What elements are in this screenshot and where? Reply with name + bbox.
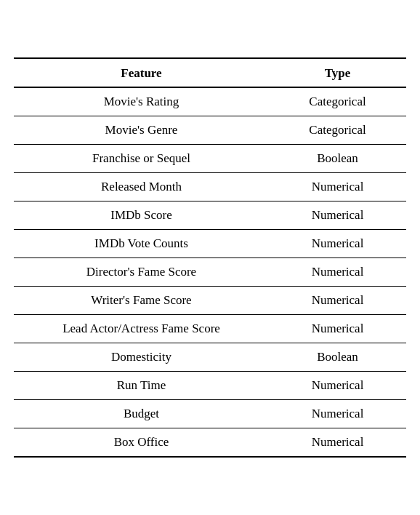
cell-feature: Writer's Fame Score — [14, 287, 269, 315]
cell-type: Numerical — [269, 315, 406, 343]
features-table: Feature Type Movie's RatingCategoricalMo… — [14, 57, 406, 458]
cell-type: Numerical — [269, 428, 406, 458]
table-container: Feature Type Movie's RatingCategoricalMo… — [14, 57, 406, 458]
cell-type: Numerical — [269, 372, 406, 400]
cell-type: Categorical — [269, 116, 406, 145]
table-row: Director's Fame ScoreNumerical — [14, 258, 406, 287]
table-row: BudgetNumerical — [14, 400, 406, 428]
header-feature: Feature — [14, 58, 269, 87]
table-row: IMDb Vote CountsNumerical — [14, 230, 406, 258]
cell-type: Numerical — [269, 287, 406, 315]
cell-type: Numerical — [269, 201, 406, 230]
cell-feature: Run Time — [14, 372, 269, 400]
cell-type: Boolean — [269, 145, 406, 173]
table-row: Franchise or SequelBoolean — [14, 145, 406, 173]
cell-feature: Lead Actor/Actress Fame Score — [14, 315, 269, 343]
cell-type: Boolean — [269, 343, 406, 372]
cell-type: Categorical — [269, 87, 406, 116]
cell-type: Numerical — [269, 258, 406, 287]
table-row: Lead Actor/Actress Fame ScoreNumerical — [14, 315, 406, 343]
table-row: Writer's Fame ScoreNumerical — [14, 287, 406, 315]
table-row: DomesticityBoolean — [14, 343, 406, 372]
cell-feature: Domesticity — [14, 343, 269, 372]
table-row: Run TimeNumerical — [14, 372, 406, 400]
cell-feature: IMDb Score — [14, 201, 269, 230]
cell-feature: Released Month — [14, 173, 269, 201]
cell-feature: Director's Fame Score — [14, 258, 269, 287]
cell-feature: Movie's Rating — [14, 87, 269, 116]
cell-feature: Box Office — [14, 428, 269, 458]
cell-feature: Movie's Genre — [14, 116, 269, 145]
table-row: Movie's GenreCategorical — [14, 116, 406, 145]
table-row: IMDb ScoreNumerical — [14, 201, 406, 230]
cell-type: Numerical — [269, 400, 406, 428]
cell-feature: Budget — [14, 400, 269, 428]
header-type: Type — [269, 58, 406, 87]
table-row: Released MonthNumerical — [14, 173, 406, 201]
cell-type: Numerical — [269, 230, 406, 258]
cell-feature: IMDb Vote Counts — [14, 230, 269, 258]
cell-type: Numerical — [269, 173, 406, 201]
table-row: Box OfficeNumerical — [14, 428, 406, 458]
cell-feature: Franchise or Sequel — [14, 145, 269, 173]
table-row: Movie's RatingCategorical — [14, 87, 406, 116]
